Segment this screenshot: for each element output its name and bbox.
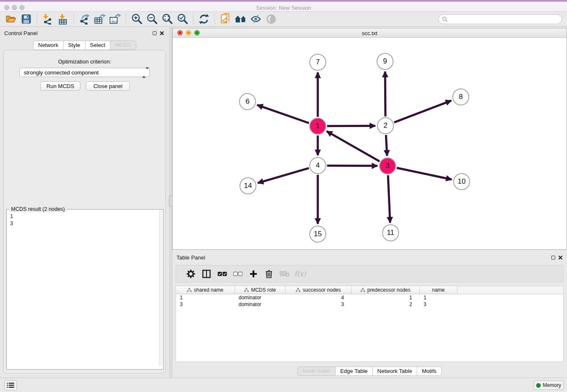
column-successor-nodes[interactable]: successor nodes — [286, 286, 352, 294]
search-input[interactable] — [450, 16, 558, 22]
clone-network-button[interactable] — [218, 13, 233, 25]
table-settings-button[interactable] — [183, 268, 198, 280]
split-columns-icon — [202, 270, 211, 278]
mcds-panel: Optimization criterion: strongly connect… — [3, 50, 166, 373]
toolbar-separator — [126, 14, 126, 25]
import-network-button[interactable] — [40, 13, 55, 25]
node-8[interactable]: 8 — [452, 88, 469, 105]
float-panel-icon[interactable] — [153, 31, 157, 35]
edge-2-8[interactable] — [394, 101, 451, 123]
export-image-button[interactable] — [107, 13, 123, 25]
tab-style[interactable]: Style — [63, 41, 85, 50]
cell-shared-name-row1[interactable]: 1 — [176, 294, 235, 301]
tab-node-table[interactable]: Node Table — [297, 367, 336, 376]
node-table-header: shared nameMCDS rolesuccessor nodesprede… — [176, 286, 563, 294]
cell-name-row2[interactable]: 3 — [420, 301, 457, 308]
table-row[interactable]: 1dominator411 — [176, 294, 563, 301]
node-6[interactable]: 6 — [239, 93, 256, 110]
open-session-button[interactable] — [3, 13, 19, 25]
column-mcds-role[interactable]: MCDS role — [235, 286, 286, 294]
edge-1-6[interactable] — [257, 105, 309, 123]
close-panel-icon[interactable] — [160, 31, 164, 36]
hierarchy-icon — [296, 288, 300, 292]
show-hidden-button[interactable] — [264, 13, 279, 25]
app-titlebar: Session: New Session — [0, 0, 567, 12]
control-panel: Control Panel NetworkStyleSelectMCDS Opt… — [0, 27, 170, 378]
table-close-icon[interactable] — [558, 255, 563, 260]
result-scrollbar[interactable] — [159, 210, 163, 366]
delete-column-button[interactable] — [261, 268, 277, 280]
task-history-button[interactable] — [4, 380, 17, 390]
apply-style-button[interactable] — [196, 13, 212, 25]
memory-button[interactable]: Memory — [534, 381, 564, 390]
export-table-icon — [94, 14, 106, 25]
network-canvas[interactable]: 7968124314101511 — [173, 38, 567, 249]
cell-mcds-role-row2[interactable]: dominator — [235, 301, 286, 308]
table-row[interactable]: 3dominator323 — [176, 301, 563, 308]
edge-3-1[interactable] — [327, 131, 380, 161]
cell-successor-nodes-row2[interactable]: 3 — [286, 301, 352, 308]
node-4[interactable]: 4 — [309, 157, 326, 174]
zoom-in-button[interactable] — [129, 13, 144, 25]
node-3[interactable]: 3 — [379, 157, 396, 174]
node-14[interactable]: 14 — [239, 177, 256, 194]
column-name[interactable]: name — [420, 286, 457, 294]
export-table-button[interactable] — [92, 13, 107, 25]
close-panel-button[interactable]: Close panel — [86, 81, 130, 91]
column-predecessor-nodes[interactable]: predecessor nodes — [352, 286, 420, 294]
edge-3-10[interactable] — [397, 168, 452, 179]
show-columns-button[interactable] — [198, 268, 214, 280]
zoom-fit-button[interactable] — [160, 13, 175, 25]
cell-shared-name-row2[interactable]: 3 — [176, 301, 235, 308]
save-session-button[interactable] — [19, 13, 34, 25]
unselect-all-button[interactable] — [230, 268, 245, 280]
network-window-titlebar[interactable]: scc.txt — [173, 28, 567, 38]
edge-2-9[interactable] — [385, 72, 385, 116]
tab-edge-table[interactable]: Edge Table — [336, 367, 373, 376]
cell-name-row1[interactable]: 1 — [420, 294, 457, 301]
node-7[interactable]: 7 — [309, 54, 326, 71]
cell-mcds-role-row1[interactable]: dominator — [235, 294, 286, 301]
mcds-result-text[interactable]: 1 3 — [7, 210, 163, 227]
node-10[interactable]: 10 — [453, 173, 470, 190]
node-9[interactable]: 9 — [377, 53, 394, 70]
node-15[interactable]: 15 — [309, 226, 326, 243]
tab-motifs[interactable]: Motifs — [417, 367, 442, 376]
zoom-selected-button[interactable] — [175, 13, 190, 25]
cell-predecessor-nodes-row2[interactable]: 2 — [352, 301, 420, 308]
optimization-criterion-select[interactable]: strongly connected component — [19, 68, 150, 77]
import-table-button[interactable] — [55, 13, 71, 25]
add-column-button[interactable] — [245, 268, 261, 280]
column-header-shared-name: shared name — [194, 287, 223, 293]
delete-table-button[interactable] — [277, 268, 292, 280]
tab-network-table[interactable]: Network Table — [373, 367, 417, 376]
export-network-button[interactable] — [77, 13, 92, 25]
hide-panel-button[interactable] — [248, 13, 264, 25]
edge-4-3[interactable] — [327, 166, 377, 166]
run-mcds-button[interactable]: Run MCDS — [40, 81, 80, 91]
tab-network[interactable]: Network — [33, 41, 63, 50]
select-all-button[interactable] — [214, 268, 230, 280]
node-2[interactable]: 2 — [377, 117, 394, 134]
node-1[interactable]: 1 — [309, 118, 326, 135]
table-float-icon[interactable] — [551, 256, 555, 259]
edge-3-11[interactable] — [388, 175, 390, 223]
homes-icon — [234, 14, 247, 24]
open-folder-icon — [6, 14, 17, 24]
function-builder-button[interactable]: f(x) — [292, 268, 308, 280]
tab-mcds[interactable]: MCDS — [110, 41, 136, 50]
cell-successor-nodes-row1[interactable]: 4 — [286, 294, 352, 301]
zoom-out-button[interactable] — [144, 13, 160, 25]
column-shared-name[interactable]: shared name — [176, 286, 235, 294]
network-view-window: scc.txt 7968124314101511 — [172, 28, 567, 250]
cell-predecessor-nodes-row1[interactable]: 1 — [352, 294, 420, 301]
edge-2-3[interactable] — [386, 135, 387, 156]
edge-4-14[interactable] — [258, 168, 309, 183]
tab-select[interactable]: Select — [85, 41, 110, 50]
node-11[interactable]: 11 — [382, 224, 399, 241]
search-field[interactable] — [438, 14, 562, 24]
control-panel-header: Control Panel — [0, 27, 170, 39]
edge-1-2[interactable] — [327, 126, 375, 126]
home-view-button[interactable] — [233, 13, 248, 25]
search-icon — [442, 17, 448, 22]
